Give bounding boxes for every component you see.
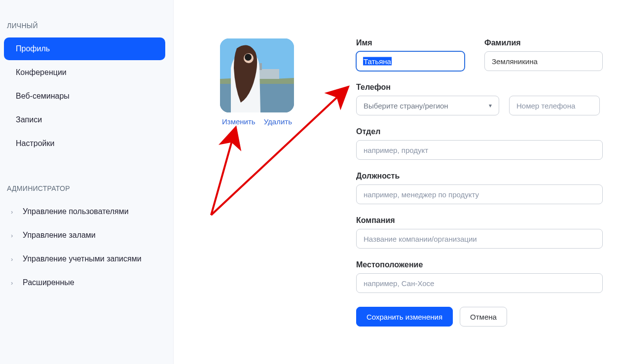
sidebar-item-label: Профиль bbox=[16, 44, 50, 53]
company-label: Компания bbox=[356, 216, 603, 225]
sidebar-item-label: Настройки bbox=[16, 139, 54, 148]
first-name-input[interactable] bbox=[356, 51, 465, 71]
avatar-column: Изменить Удалить bbox=[220, 38, 294, 327]
sidebar-section-personal: ЛИЧНЫЙ bbox=[4, 15, 165, 36]
first-name-label: Имя bbox=[356, 38, 475, 47]
chevron-right-icon: › bbox=[11, 255, 20, 263]
phone-country-select[interactable]: Выберите страну/регион ▾ bbox=[356, 96, 499, 115]
chevron-right-icon: › bbox=[11, 232, 20, 239]
phone-number-input[interactable] bbox=[509, 96, 600, 115]
last-name-label: Фамилия bbox=[484, 38, 603, 47]
sidebar-item-webinars[interactable]: Веб-семинары bbox=[4, 85, 165, 108]
last-name-input[interactable] bbox=[484, 51, 603, 71]
sidebar: ЛИЧНЫЙ Профиль Конференции Веб-семинары … bbox=[0, 0, 174, 364]
sidebar-item-room-management[interactable]: › Управление залами bbox=[4, 224, 165, 247]
sidebar-item-label: Веб-семинары bbox=[16, 92, 70, 101]
sidebar-item-account-management[interactable]: › Управление учетными записями bbox=[4, 248, 165, 270]
svg-rect-5 bbox=[259, 63, 262, 70]
sidebar-item-advanced[interactable]: › Расширенные bbox=[4, 271, 165, 294]
location-label: Местоположение bbox=[356, 260, 603, 269]
phone-country-placeholder: Выберите страну/регион bbox=[364, 102, 448, 110]
sidebar-item-label: Управление пользователями bbox=[23, 207, 129, 216]
sidebar-item-settings[interactable]: Настройки bbox=[4, 132, 165, 155]
sidebar-item-label: Расширенные bbox=[23, 278, 74, 287]
location-input[interactable] bbox=[356, 273, 603, 293]
department-input[interactable] bbox=[356, 140, 603, 160]
sidebar-item-user-management[interactable]: › Управление пользователями bbox=[4, 200, 165, 223]
chevron-right-icon: › bbox=[11, 208, 20, 216]
avatar-change-link[interactable]: Изменить bbox=[222, 117, 256, 126]
avatar-delete-link[interactable]: Удалить bbox=[264, 117, 292, 126]
svg-point-7 bbox=[245, 54, 252, 61]
department-label: Отдел bbox=[356, 127, 603, 136]
sidebar-item-recordings[interactable]: Записи bbox=[4, 109, 165, 131]
cancel-button[interactable]: Отмена bbox=[460, 307, 507, 327]
sidebar-item-label: Записи bbox=[16, 115, 42, 124]
sidebar-item-profile[interactable]: Профиль bbox=[4, 37, 165, 60]
sidebar-item-conferences[interactable]: Конференции bbox=[4, 61, 165, 84]
first-name-field-wrapper: Имя Татьяна bbox=[356, 38, 475, 71]
save-button[interactable]: Сохранить изменения bbox=[356, 307, 453, 327]
avatar bbox=[220, 38, 294, 112]
sidebar-item-label: Конференции bbox=[16, 68, 67, 77]
position-label: Должность bbox=[356, 172, 603, 181]
position-input[interactable] bbox=[356, 184, 603, 204]
sidebar-item-label: Управление залами bbox=[23, 231, 96, 240]
chevron-right-icon: › bbox=[11, 279, 20, 287]
main-content: Изменить Удалить Имя Татьяна bbox=[174, 0, 623, 364]
last-name-field-wrapper: Фамилия bbox=[484, 38, 603, 71]
phone-label: Телефон bbox=[356, 83, 603, 92]
chevron-down-icon: ▾ bbox=[489, 102, 492, 109]
sidebar-section-admin: АДМИНИСТРАТОР bbox=[4, 178, 165, 199]
sidebar-item-label: Управление учетными записями bbox=[23, 255, 142, 263]
profile-form: Имя Татьяна Фамилия Телефо bbox=[356, 38, 603, 327]
company-input[interactable] bbox=[356, 229, 603, 249]
